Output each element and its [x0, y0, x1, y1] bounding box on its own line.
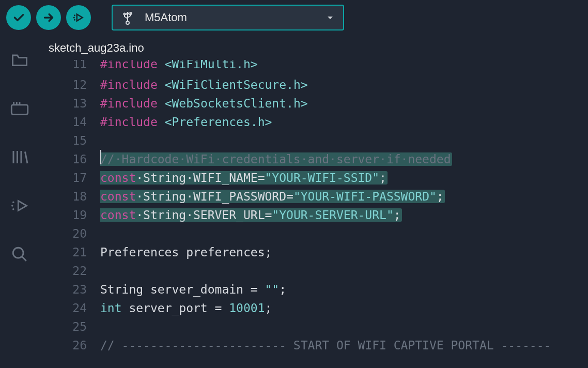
usb-icon: [122, 10, 133, 25]
svg-rect-6: [11, 105, 27, 115]
code-line: [100, 224, 588, 243]
svg-point-9: [12, 208, 14, 210]
code-line: [100, 262, 588, 280]
board-label: M5Atom: [145, 11, 327, 24]
board-manager-button[interactable]: [9, 98, 30, 119]
code-line: const·String·WIFI_NAME="YOUR-WIFI-SSID";: [100, 168, 588, 187]
explorer-button[interactable]: [9, 50, 30, 70]
code-line: [100, 131, 588, 150]
svg-point-0: [74, 14, 75, 16]
code-line: // ----------------------- START OF WIFI…: [100, 336, 588, 355]
arrow-right-icon: [42, 11, 55, 24]
activity-bar: [0, 35, 39, 368]
code-line: const·String·SERVER_URL="YOUR-SERVER-URL…: [100, 206, 588, 224]
code-editor[interactable]: 12 13 14 15 16 17 18 19 20 21 22 23 24 2…: [39, 74, 588, 368]
library-manager-button[interactable]: [9, 147, 30, 167]
folder-icon: [10, 51, 29, 69]
svg-point-5: [123, 13, 125, 14]
code-line: #include <WebSocketsClient.h>: [100, 94, 588, 113]
verify-button[interactable]: [6, 5, 31, 30]
debug-icon: [10, 197, 29, 214]
editor-region: sketch_aug23a.ino 11 #include <WiFiMulti…: [39, 35, 588, 368]
code-line: [100, 317, 588, 336]
upload-button[interactable]: [36, 5, 61, 30]
line-number: 11: [39, 60, 100, 74]
search-button[interactable]: [9, 244, 30, 265]
svg-point-7: [12, 201, 14, 203]
code-line: int server_port = 10001;: [100, 299, 588, 317]
partial-line-11: 11 #include <WiFiMulti.h>: [39, 60, 588, 74]
tab-sketch[interactable]: sketch_aug23a.ino: [39, 36, 153, 60]
text-cursor: [100, 150, 101, 164]
tabbar: sketch_aug23a.ino: [39, 35, 588, 60]
chevron-down-icon: [327, 11, 334, 24]
code-line: String server_domain = "";: [100, 280, 588, 299]
debug-play-icon: [72, 11, 85, 24]
svg-point-10: [13, 248, 23, 258]
code-line: #include <Preferences.h>: [100, 113, 588, 131]
debug-button[interactable]: [66, 5, 91, 30]
gutter: 12 13 14 15 16 17 18 19 20 21 22 23 24 2…: [39, 75, 100, 368]
toolbar: M5Atom: [0, 0, 588, 35]
svg-point-2: [74, 19, 75, 21]
code-body[interactable]: #include <WiFiClientSecure.h> #include <…: [100, 75, 588, 368]
code-line: Preferences preferences;: [100, 243, 588, 262]
code-line: #include <WiFiClientSecure.h>: [100, 75, 588, 94]
content-area: sketch_aug23a.ino 11 #include <WiFiMulti…: [0, 35, 588, 368]
library-icon: [10, 148, 29, 166]
svg-point-8: [11, 205, 13, 207]
code-line: const·String·WIFI_PASSWORD="YOUR-WIFI-PA…: [100, 187, 588, 206]
board-selector[interactable]: M5Atom: [112, 5, 344, 30]
debug-panel-button[interactable]: [9, 195, 30, 216]
board-icon: [9, 100, 30, 117]
search-icon: [11, 246, 28, 263]
tab-label: sketch_aug23a.ino: [49, 41, 144, 54]
svg-point-1: [73, 17, 75, 18]
code-line: //·Hardcode·WiFi·credentials·and·server·…: [100, 150, 588, 168]
check-icon: [12, 11, 25, 24]
